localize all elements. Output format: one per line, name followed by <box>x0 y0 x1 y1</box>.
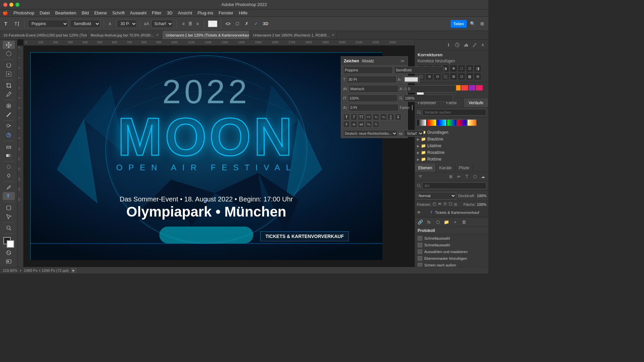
share-button[interactable]: Teilen <box>450 20 467 28</box>
layer-group-btn[interactable]: 📁 <box>443 219 450 226</box>
pfade-tab[interactable]: Pfade <box>455 164 473 172</box>
marquee-tool[interactable] <box>3 50 15 58</box>
layer-mask-btn[interactable]: ⬡ <box>434 219 441 226</box>
grad-greenblu[interactable] <box>447 119 457 126</box>
blur-tool[interactable] <box>3 163 15 171</box>
zeichen-tracking[interactable] <box>407 85 456 93</box>
maximize-button[interactable] <box>15 3 19 7</box>
eb-icon5[interactable]: ☁ <box>480 173 486 180</box>
menu-auswahl[interactable]: Auswahl <box>130 10 147 15</box>
menu-filter[interactable]: Filter <box>152 10 162 15</box>
menu-datei[interactable]: Datei <box>40 10 50 15</box>
grad-yellred[interactable] <box>467 119 477 126</box>
menu-plugins[interactable]: Plug-ins <box>198 10 213 15</box>
group-blauTone[interactable]: ▶ 📁 Blautöne <box>417 136 486 142</box>
grad-redy[interactable] <box>427 119 436 126</box>
text-tool[interactable]: T <box>3 192 15 200</box>
move-tool[interactable] <box>3 41 15 49</box>
window-controls[interactable] <box>3 3 19 7</box>
swatch-pink[interactable] <box>476 85 483 90</box>
layer-link-btn[interactable]: 🔗 <box>417 219 424 226</box>
layer-new-btn[interactable]: + <box>452 219 459 226</box>
font-style-select[interactable]: SemiBold <box>70 20 100 28</box>
pen-tool[interactable] <box>3 183 15 191</box>
uppercase-btn[interactable]: TT <box>358 114 365 120</box>
minimize-button[interactable] <box>9 3 13 7</box>
swatch-red[interactable] <box>461 85 468 90</box>
tab-1[interactable]: Mockup-festival.jpg bei 70,6% (RGB/... ✕ <box>87 31 162 39</box>
menu-ansicht[interactable]: Ansicht <box>178 10 192 15</box>
text-color-box[interactable] <box>208 20 217 27</box>
corr-channelmix[interactable]: ⊞ <box>426 73 433 80</box>
window-arrange-icon[interactable]: ⊞ <box>478 20 486 27</box>
tab-0[interactable]: 10-Facebook-Event-2400x1260.psd bei 120%… <box>0 31 87 39</box>
aa-mode-select[interactable]: Scharf <box>151 20 173 28</box>
align-center-btn[interactable]: ☰ <box>187 20 194 27</box>
status-info-btn[interactable]: ▶ <box>71 268 76 273</box>
options-icon[interactable]: ⬡ <box>234 20 241 27</box>
font-size-select[interactable]: 30 Pt <box>117 20 137 28</box>
fix-icon-3[interactable] <box>443 202 447 207</box>
menu-photoshop[interactable]: Photoshop <box>13 10 34 15</box>
group-lilatone[interactable]: ▶ 📁 Lilatöne <box>417 143 486 149</box>
kanale-tab[interactable]: Kanäle <box>436 164 455 172</box>
fix-icon-4[interactable] <box>448 202 452 207</box>
screen-mode-btn[interactable] <box>3 257 15 265</box>
corr-invert[interactable]: ⬛ <box>442 73 449 80</box>
zeichen-tab[interactable]: Zeichen <box>344 59 359 63</box>
zeichen-metrics[interactable] <box>349 85 398 93</box>
grad-bluec[interactable] <box>437 119 446 126</box>
sub-btn[interactable]: Ts <box>380 114 387 120</box>
ligature-btn[interactable]: fi <box>343 121 350 128</box>
underline-btn[interactable]: T <box>387 114 394 120</box>
panel-icon-color[interactable] <box>453 41 461 49</box>
eb-icon4[interactable]: ⬡ <box>472 173 478 180</box>
corr-vibrance[interactable]: ❋ <box>450 65 457 72</box>
corr-bw[interactable]: ◨ <box>474 65 481 72</box>
3d-icon[interactable]: 3D <box>262 20 269 27</box>
zeichen-scharf-select[interactable]: Scharf <box>404 130 424 137</box>
layers-search-input[interactable] <box>422 182 486 189</box>
close-button[interactable] <box>3 3 7 7</box>
ebenen-tab[interactable]: Ebenen <box>415 164 436 172</box>
brush-tool[interactable] <box>3 111 15 119</box>
grad-redblue[interactable] <box>457 119 467 126</box>
menu-bild[interactable]: Bild <box>82 10 89 15</box>
super-btn[interactable]: Ts <box>373 114 379 120</box>
prot-item-3[interactable]: Ebenenmaske hinzufügen <box>415 255 488 262</box>
cancel-icon[interactable]: ✗ <box>243 20 251 27</box>
korrektur-add-btn[interactable]: Korrektur hinzufügen <box>418 59 486 63</box>
zeichen-size[interactable] <box>347 76 396 83</box>
panel-icon-hist[interactable] <box>462 41 470 49</box>
background-color[interactable] <box>7 240 14 248</box>
heal-tool[interactable] <box>3 102 15 110</box>
tab-close-1[interactable]: ✕ <box>156 33 159 37</box>
menu-fenster[interactable]: Fenster <box>219 10 233 15</box>
align-right-btn[interactable]: ≡ <box>194 20 201 27</box>
ordinal-btn[interactable]: ad <box>358 121 365 128</box>
eb-icon3[interactable]: T <box>464 173 470 180</box>
prot-item-0[interactable]: Schnellauswahl <box>415 235 488 242</box>
zeichen-color-box[interactable] <box>412 105 413 110</box>
crop-tool[interactable] <box>3 81 15 89</box>
dodge-tool[interactable] <box>3 172 15 180</box>
text-tool-icon[interactable]: T <box>3 20 11 28</box>
font-name-select[interactable]: Poppins <box>28 20 68 28</box>
corr-hue[interactable]: ⬡ <box>458 65 465 72</box>
fracs-btn[interactable]: ½ <box>373 121 379 128</box>
blend-mode-select[interactable]: Normal <box>417 192 456 199</box>
corr-gradient[interactable]: ▦ <box>466 73 473 80</box>
object-select-tool[interactable] <box>3 70 15 78</box>
confirm-icon[interactable]: ✓ <box>253 20 260 27</box>
warp-icon[interactable] <box>224 20 232 27</box>
shape-tool[interactable] <box>3 204 15 212</box>
menu-bearbeiten[interactable]: Bearbeiten <box>55 10 76 15</box>
absatz-tab[interactable]: Absatz <box>362 59 374 63</box>
color-box[interactable] <box>405 77 418 82</box>
italic-btn[interactable]: T <box>351 114 357 120</box>
layer-fx-btn[interactable]: fx <box>426 219 432 226</box>
menu-hilfe[interactable]: Hilfe <box>239 10 248 15</box>
tab-3[interactable]: Unbenannt-2 bei 1850% (Rechteck 1, RGB/8… <box>250 31 337 39</box>
corr-posterize[interactable]: ⊠ <box>450 73 457 80</box>
tab-close-3[interactable]: ✕ <box>332 33 334 37</box>
